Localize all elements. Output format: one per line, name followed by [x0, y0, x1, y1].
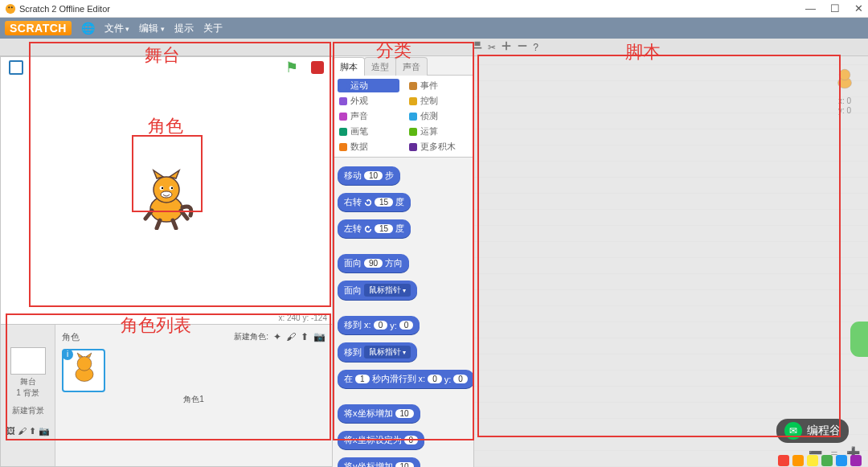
sprite-thumb[interactable]: i	[62, 349, 105, 392]
new-backdrop-label: 新建背景	[12, 405, 44, 416]
language-icon[interactable]: 🌐	[81, 22, 95, 35]
shrink-icon[interactable]	[517, 40, 528, 54]
mouse-coords: x: 240 y: -124	[278, 313, 327, 322]
strip-dot	[792, 455, 804, 466]
block-change-y[interactable]: 将y坐标增加10	[338, 457, 420, 467]
stop-icon[interactable]	[311, 61, 324, 74]
svg-point-1	[8, 6, 10, 8]
backdrop-thumb[interactable]	[10, 347, 46, 375]
svg-point-2	[11, 6, 13, 8]
svg-marker-6	[170, 170, 179, 178]
sprites-label: 角色	[62, 331, 80, 343]
script-area[interactable]: x: 0y: 0 ➖ ＝ ➕ ✉ 编程谷	[474, 56, 868, 467]
close-button[interactable]: ✕	[854, 2, 863, 14]
stage-panel: ⚑ v456.0.4	[0, 56, 333, 325]
lib-sprite-icon[interactable]: ✦	[273, 331, 281, 342]
svg-marker-14	[77, 353, 83, 358]
scratch-logo: SCRATCH	[5, 21, 72, 35]
minimize-button[interactable]: —	[805, 2, 816, 14]
mini-y: y: 0	[831, 106, 858, 116]
strip-dot	[807, 455, 818, 466]
category-画笔[interactable]: 画笔	[338, 125, 399, 138]
window-title: Scratch 2 Offline Editor	[19, 4, 110, 14]
svg-point-4	[154, 177, 179, 203]
mini-x: x: 0	[831, 96, 858, 106]
block-goto-xy[interactable]: 移到 x:0y:0	[338, 316, 420, 334]
category-运动[interactable]: 运动	[338, 79, 399, 92]
category-外观[interactable]: 外观	[338, 94, 399, 108]
sprite-thumb-corner: x: 0y: 0	[831, 66, 858, 116]
window-titlebar: Scratch 2 Offline Editor — ☐ ✕	[0, 0, 868, 18]
category-数据[interactable]: 数据	[338, 140, 399, 154]
category-控制[interactable]: 控制	[407, 94, 469, 108]
strip-dot	[850, 455, 862, 466]
menu-about[interactable]: 关于	[203, 22, 223, 35]
block-list: 移动10步 右转15度 左转15度 面向90方向 面向鼠标指针 移到 x:0y:…	[333, 158, 473, 467]
svg-marker-15	[86, 353, 92, 358]
maximize-button[interactable]: ☐	[830, 2, 840, 14]
svg-point-17	[839, 69, 850, 80]
svg-point-13	[77, 357, 92, 371]
strip-dot	[836, 455, 847, 466]
svg-point-0	[6, 3, 15, 13]
backdrop-count: 1 背景	[16, 387, 39, 399]
sprite-on-stage[interactable]	[137, 169, 195, 233]
scratch-icon	[5, 3, 16, 14]
block-change-x[interactable]: 将x坐标增加10	[338, 404, 420, 423]
svg-point-8	[162, 187, 163, 189]
category-声音[interactable]: 声音	[338, 109, 399, 123]
category-运算[interactable]: 运算	[407, 125, 469, 138]
menu-edit[interactable]: 编辑	[139, 22, 165, 35]
camera-backdrop-icon[interactable]: 📷	[39, 426, 50, 436]
menubar: SCRATCH 🌐 文件 编辑 提示 关于	[0, 18, 868, 39]
menu-file[interactable]: 文件	[104, 22, 130, 35]
paint-sprite-icon[interactable]: 🖌	[286, 331, 296, 342]
block-glide[interactable]: 在1秒内滑行到 x:0y:0	[338, 370, 473, 388]
block-turn-right[interactable]: 右转15度	[338, 193, 411, 211]
tab-scripts[interactable]: 脚本	[333, 57, 365, 76]
svg-point-11	[161, 191, 172, 198]
camera-sprite-icon[interactable]: 📷	[313, 331, 326, 342]
paint-backdrop-icon[interactable]: 🖌	[18, 426, 27, 436]
block-move[interactable]: 移动10步	[338, 166, 400, 185]
wechat-icon: ✉	[784, 422, 802, 440]
sprite-name: 角色1	[62, 394, 326, 405]
backdrop-label: 舞台	[20, 376, 36, 387]
svg-marker-5	[154, 170, 163, 178]
strip-dot	[778, 455, 789, 466]
category-事件[interactable]: 事件	[407, 79, 469, 92]
toolbar: ✂ ?	[0, 39, 868, 56]
block-set-x[interactable]: 将x坐标设定为0	[338, 431, 424, 449]
fullscreen-icon[interactable]	[9, 60, 23, 75]
tab-costumes[interactable]: 造型	[364, 57, 396, 76]
svg-point-10	[171, 187, 173, 189]
sprite-panel: 舞台 1 背景 新建背景 🖼 🖌 ⬆ 📷 角色 新建角色: ✦ 🖌	[0, 325, 333, 467]
new-sprite-label: 新建角色:	[234, 331, 268, 342]
stage-canvas[interactable]	[1, 78, 332, 324]
help-icon[interactable]: ?	[533, 42, 538, 53]
watermark: ✉ 编程谷	[776, 419, 849, 443]
watermark-text: 编程谷	[807, 424, 841, 438]
upload-backdrop-icon[interactable]: ⬆	[29, 426, 36, 436]
share-tab[interactable]	[850, 322, 868, 357]
bottom-strip	[474, 454, 868, 467]
block-point-dir[interactable]: 面向90方向	[338, 254, 409, 272]
green-flag-icon[interactable]: ⚑	[285, 59, 298, 76]
strip-dot	[821, 455, 833, 466]
tab-sounds[interactable]: 声音	[395, 57, 428, 76]
upload-sprite-icon[interactable]: ⬆	[301, 331, 309, 342]
category-侦测[interactable]: 侦测	[407, 109, 469, 123]
cut-icon[interactable]: ✂	[488, 42, 496, 53]
grow-icon[interactable]	[501, 40, 512, 54]
block-goto[interactable]: 移到鼠标指针	[338, 342, 417, 362]
block-point-towards[interactable]: 面向鼠标指针	[338, 281, 417, 300]
category-更多积木[interactable]: 更多积木	[407, 140, 469, 154]
menu-tips[interactable]: 提示	[174, 22, 194, 35]
palette-panel: 脚本 造型 声音 运动事件外观控制声音侦测画笔运算数据更多积木 移动10步 右转…	[333, 56, 474, 467]
sprite-info-icon[interactable]: i	[62, 349, 73, 360]
block-turn-left[interactable]: 左转15度	[338, 219, 411, 238]
lib-backdrop-icon[interactable]: 🖼	[6, 426, 15, 436]
category-list: 运动事件外观控制声音侦测画笔运算数据更多积木	[333, 76, 473, 158]
stamp-icon[interactable]	[472, 40, 483, 54]
